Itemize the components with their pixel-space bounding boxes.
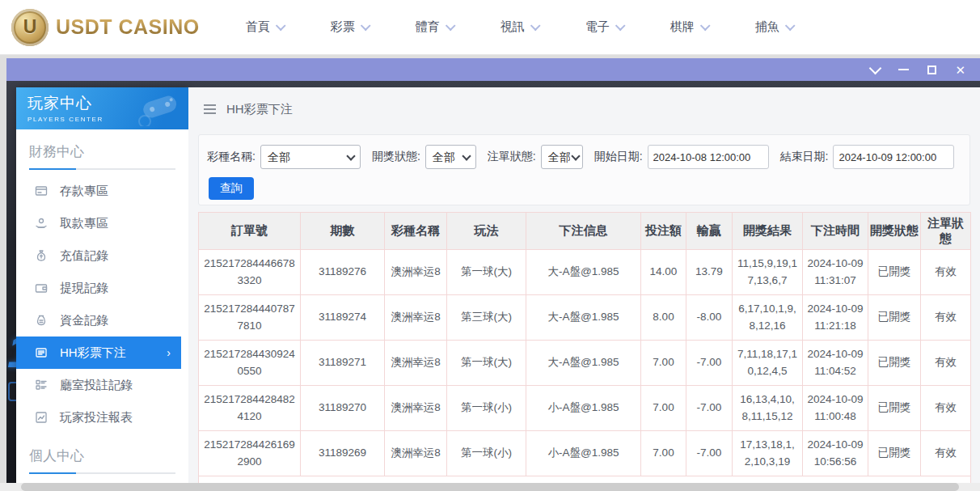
brand: U USDT CASINO: [11, 9, 200, 46]
table-cell: 31189276: [301, 250, 385, 295]
usdt-casino-logo-icon[interactable]: U: [11, 9, 49, 46]
top-navigation: U USDT CASINO 首頁彩票體育視訊電子棋牌捕魚: [0, 0, 980, 55]
table-cell: 7.00: [641, 341, 686, 386]
table-cell: 小-A盤@1.985: [526, 431, 641, 476]
sidebar-item[interactable]: 資金記錄: [16, 304, 188, 337]
order-status-label: 注單狀態:: [488, 150, 536, 164]
table-header-cell: 下注時間: [803, 213, 868, 250]
table-cell: 31189274: [301, 295, 385, 341]
table-header-cell: 下注信息: [526, 213, 641, 250]
section-divider: [29, 472, 175, 474]
window-titlebar: ✕: [6, 58, 980, 81]
withdraw-hand-icon: [35, 217, 48, 230]
table-cell: 31189270: [301, 386, 385, 431]
order-status-select-wrap: 全部: [541, 145, 583, 169]
funds-record-icon: [35, 314, 48, 327]
table-cell: 第一球(小): [447, 431, 526, 476]
close-icon[interactable]: ✕: [955, 64, 965, 76]
gamepad-icon: [137, 89, 184, 129]
nav-item-5[interactable]: 電子: [562, 11, 647, 43]
table-header-cell: 輸贏: [686, 213, 733, 250]
sidebar-item[interactable]: 存款專區: [16, 175, 188, 207]
lottery-name-select[interactable]: 全部: [260, 145, 361, 169]
table-cell: 17,13,18,1,2,10,3,19: [733, 431, 803, 476]
table-header-cell: 注單狀態: [921, 213, 971, 250]
table-header-cell: 彩種名稱: [385, 213, 447, 250]
table-cell: -7.00: [686, 386, 733, 431]
table-header-cell: 開獎結果: [733, 213, 803, 250]
sidebar-section-title: 財務中心: [29, 138, 175, 170]
nav-item-1[interactable]: 首頁: [222, 11, 307, 43]
brand-name: USDT CASINO: [56, 15, 200, 39]
table-cell: 2152172844309240550: [199, 341, 301, 386]
sidebar-item[interactable]: 充值記錄: [16, 239, 188, 272]
sidebar-item-label: 廳室投註記錄: [60, 378, 133, 393]
nav-item-2[interactable]: 彩票: [307, 11, 392, 43]
table-cell: 已開獎: [868, 386, 921, 431]
nav-item-3[interactable]: 體育: [392, 11, 477, 43]
table-cell: 澳洲幸运8: [385, 386, 447, 431]
nav-item-label: 首頁: [246, 19, 270, 35]
table-cell: 澳洲幸运8: [385, 295, 447, 341]
breadcrumb: HH彩票下注: [188, 87, 980, 131]
main-nav: 首頁彩票體育視訊電子棋牌捕魚: [222, 11, 817, 43]
chevron-down-icon: [615, 20, 626, 31]
end-date-input[interactable]: [833, 145, 954, 169]
table-cell: -7.00: [686, 341, 733, 386]
desktop-area: ✕ 1 玩家中心 PLAYERS CENTER 財務中心存款專: [0, 55, 980, 491]
table-cell: 大-A盤@1.985: [526, 295, 641, 341]
sidebar-item[interactable]: 廳室投註記錄: [16, 369, 188, 401]
table-cell: 2024-10-09 10:56:56: [803, 431, 868, 476]
horizontal-scrollbar-track: [0, 483, 980, 491]
table-cell: 2024-10-09 11:21:18: [803, 295, 868, 341]
wallet-icon: [35, 281, 48, 294]
order-status-select[interactable]: 全部: [541, 145, 583, 169]
chevron-down-icon: [446, 20, 456, 31]
section-divider: [29, 168, 175, 170]
chevron-down-icon: [276, 20, 286, 31]
page-title: HH彩票下注: [226, 102, 293, 117]
bets-table: 訂單號期數彩種名稱玩法下注信息投注額輸贏開獎結果下注時間開獎狀態注單狀態2152…: [198, 212, 971, 491]
table-cell: 澳洲幸运8: [385, 431, 447, 476]
table-cell: 2152172844261692900: [199, 431, 301, 476]
chevron-down-icon[interactable]: [869, 61, 882, 74]
table-cell: 7.00: [641, 431, 686, 476]
table-cell: 有效: [921, 295, 971, 341]
table-cell: 有效: [921, 250, 971, 295]
chevron-down-icon: [361, 20, 371, 31]
table-cell: 第三球(大): [447, 295, 526, 341]
sidebar-item-label: 資金記錄: [60, 313, 108, 328]
sidebar-item[interactable]: 提現記錄: [16, 272, 188, 304]
nav-item-6[interactable]: 棋牌: [647, 11, 732, 43]
logo-letter: U: [23, 16, 37, 38]
sidebar-item[interactable]: 取款專區: [16, 207, 188, 239]
start-date-label: 開始日期:: [594, 150, 643, 164]
table-cell: -7.00: [686, 431, 733, 476]
search-button[interactable]: 查詢: [209, 177, 254, 200]
sidebar-item[interactable]: HH彩票下注›: [16, 337, 181, 369]
maximize-icon[interactable]: [927, 66, 936, 74]
table-cell: 澳洲幸运8: [385, 250, 447, 295]
horizontal-scrollbar-thumb[interactable]: [21, 483, 959, 491]
minimize-icon[interactable]: [898, 69, 909, 70]
table-row: 215217284446678332031189276澳洲幸运8第一球(大)大-…: [199, 250, 971, 295]
nav-item-7[interactable]: 捕魚: [732, 11, 817, 43]
sidebar-item-label: HH彩票下注: [60, 345, 126, 361]
table-cell: 澳洲幸运8: [385, 341, 447, 386]
table-cell: -8.00: [686, 295, 733, 341]
table-cell: 7,11,18,17,10,12,4,5: [733, 341, 803, 386]
sidebar-item-label: 取款專區: [60, 216, 108, 231]
sidebar-item[interactable]: 玩家投注報表: [16, 401, 188, 434]
sidebar-item-label: 提現記錄: [60, 281, 108, 296]
sidebar-section-title: 個人中心: [29, 442, 175, 474]
start-date-input[interactable]: [648, 145, 769, 169]
chevron-down-icon: [700, 20, 711, 31]
filter-row: 彩種名稱: 全部 開獎狀態: 全部 注單狀態: 全部 開始日期: 結束日期:: [207, 145, 969, 169]
draw-status-select[interactable]: 全部: [425, 145, 476, 169]
sidebar-item-label: 充值記錄: [60, 248, 108, 264]
chevron-down-icon: [530, 20, 541, 31]
nav-item-4[interactable]: 視訊: [477, 11, 562, 43]
table-row: 215217284426169290031189269澳洲幸运8第一球(小)小-…: [199, 431, 971, 476]
menu-toggle-icon[interactable]: [202, 103, 218, 116]
table-cell: 大-A盤@1.985: [526, 250, 641, 295]
